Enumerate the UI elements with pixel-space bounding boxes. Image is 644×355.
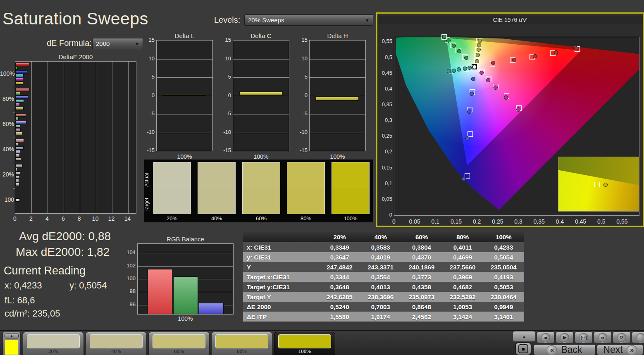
continuous-button[interactable]: ∞ — [594, 331, 612, 343]
cie-measured-marker-cyan — [457, 67, 461, 71]
back-button[interactable]: « Back — [534, 344, 596, 355]
table-value-cell: 0,4011 — [442, 242, 483, 252]
rgb-y-tick-label: 98 — [122, 288, 136, 294]
x-tick-label: 6 — [56, 215, 70, 222]
y-tick-label: 10 — [295, 55, 308, 62]
de-formula-dropdown[interactable]: 2000 ▼ — [92, 38, 143, 49]
color-swatch — [332, 162, 370, 214]
y-tick-label: -15 — [295, 147, 308, 153]
table-value-cell: 235,0504 — [483, 262, 524, 272]
collapse-up-button[interactable]: ▲ — [5, 333, 19, 338]
table-row: x: CIE310,33490,35830,38040,40110,4233 — [243, 242, 524, 252]
table-value-cell: 3,1424 — [442, 312, 483, 322]
swatch-column: 100% — [332, 162, 370, 222]
back-arrow-icon: « — [547, 345, 557, 355]
current-y-value: y: 0,5054 — [69, 280, 107, 291]
table-row-label: Target y:CIE31 — [243, 282, 319, 292]
big-stop-button[interactable]: ■ — [515, 342, 532, 355]
table-value-cell: 0,3349 — [319, 242, 360, 252]
table-value-cell: 0,5054 — [483, 252, 524, 262]
deltae-bar-red — [15, 164, 23, 167]
cie-chart-plot — [394, 37, 639, 216]
cie-y-tick-label: 0,2 — [378, 148, 392, 155]
table-value-cell: 0,4370 — [401, 252, 442, 262]
cie-1976-panel: CIE 1976 u'v' 00,050,10,150,20,250,30,35… — [376, 12, 644, 227]
cie-target-marker-blue — [467, 131, 473, 137]
x-tick-label: 8 — [72, 215, 86, 222]
table-value-cell: 0,4358 — [401, 282, 442, 292]
chevron-down-icon: ▼ — [135, 41, 139, 46]
color-swatch — [242, 162, 280, 214]
cie-y-tick-label: 0,15 — [378, 164, 392, 171]
play-button[interactable]: ▶ — [556, 331, 574, 343]
table-value-cell: 0,3564 — [360, 272, 401, 282]
cie-measured-marker-magenta — [494, 86, 498, 90]
table-value-cell: 1,5580 — [319, 312, 360, 322]
current-color-panel: ▲ — [2, 332, 21, 355]
current-cdm2-value: cd/m²: 235,05 — [5, 308, 60, 319]
table-value-cell: 0,3969 — [442, 272, 483, 282]
delta-chart-plot — [233, 40, 289, 151]
level-button-40%[interactable]: 40% — [86, 332, 147, 355]
level-button-60%[interactable]: 60% — [148, 332, 210, 355]
axis-tick — [13, 163, 15, 163]
next-button[interactable]: Next » — [597, 344, 643, 355]
level-swatch — [153, 334, 205, 348]
table-value-cell: 0,4013 — [360, 282, 401, 292]
y-tick-label: 5 — [295, 74, 308, 80]
cie-x-tick-label: 0,55 — [614, 218, 630, 225]
group-label: 60% — [0, 121, 14, 127]
cie-measured-marker-blue — [470, 92, 474, 96]
level-button-100%[interactable]: 100% — [274, 332, 335, 355]
deltae-bar-magenta — [15, 128, 21, 131]
table-row: Y247,4842243,3371240,1869237,5660235,050… — [243, 262, 524, 272]
loop-button[interactable]: ⟳ — [613, 331, 631, 343]
x-tick-label: 10 — [88, 215, 103, 222]
panel-up-button[interactable]: ▲ — [513, 331, 536, 342]
actual-target-swatch-panel: Actual Target 20%40%60%80%100% — [144, 160, 373, 222]
table-value-cell: 0,3583 — [360, 242, 401, 252]
level-swatch — [215, 334, 268, 348]
table-value-cell: 243,3371 — [360, 262, 401, 272]
deltae-bar-cyan — [15, 150, 20, 153]
cie-y-tick-label: 0,3 — [378, 117, 392, 123]
level-button-80%[interactable]: 80% — [211, 332, 272, 355]
cie-y-tick-label: 0,4 — [378, 86, 392, 92]
table-value-cell: 0,8648 — [401, 302, 442, 312]
single-measure-button[interactable]: [··] — [575, 331, 593, 343]
level-button-label: 80% — [212, 348, 272, 355]
y-tick-label: 0 — [295, 92, 308, 98]
levels-dropdown[interactable]: 20% Sweeps ▼ — [244, 14, 373, 26]
play-icon: ▶ — [560, 333, 569, 342]
deltae-bar-green — [15, 143, 18, 146]
deltae-bar-magenta — [15, 154, 20, 157]
level-button-20%[interactable]: 20% — [23, 332, 84, 355]
table-row: ΔE 20000,52400,70030,86481,00530,9949 — [243, 302, 524, 312]
swatch-label: 60% — [242, 215, 280, 222]
stop-button[interactable]: ■ — [537, 331, 555, 343]
gridline — [233, 133, 289, 133]
actual-row-label: Actual — [144, 167, 150, 193]
cie-x-tick-label: 0,05 — [406, 218, 423, 225]
gridline — [112, 62, 112, 213]
target-row-label: Target — [144, 192, 150, 217]
color-swatch — [153, 162, 191, 214]
group-label: 20% — [0, 171, 14, 178]
delta-h-chart: Delta H151050-5-10-15100% — [295, 32, 366, 161]
deltae-bar-blue — [15, 146, 24, 150]
color-swatch — [198, 162, 236, 214]
rgb-balance-title: RGB Balance — [137, 236, 234, 243]
deltae-bar-green — [15, 168, 18, 171]
deltae-bar-magenta — [15, 179, 19, 182]
extra-button[interactable] — [632, 331, 644, 343]
swatch-column: 20% — [153, 162, 191, 222]
table-value-cell: 0,5240 — [319, 302, 360, 312]
axis-tick — [13, 188, 15, 188]
deltae-chart-plot — [15, 61, 136, 214]
chevron-down-icon: ▼ — [365, 18, 370, 23]
cie-y-tick-label: 0,1 — [378, 180, 392, 186]
y-tick-label: -5 — [142, 110, 155, 117]
rgb-y-tick-label: 104 — [122, 249, 136, 255]
cie-x-tick-label: 0,1 — [427, 218, 444, 225]
gridline — [128, 62, 129, 213]
